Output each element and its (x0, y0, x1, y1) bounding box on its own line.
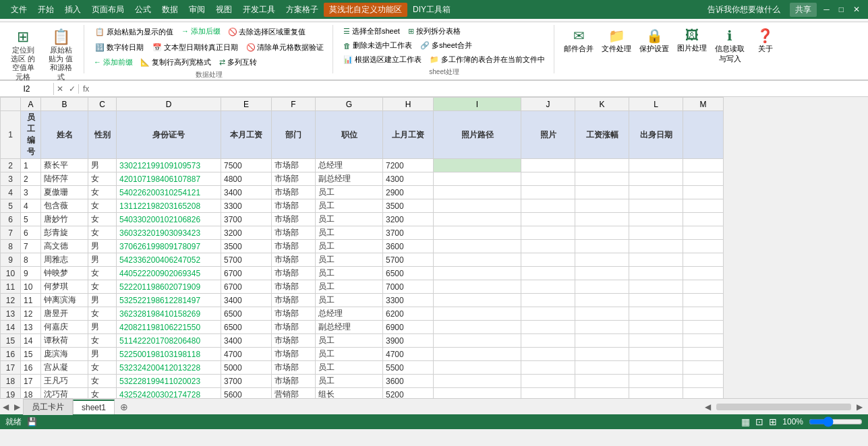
col-header-G[interactable]: G (316, 98, 383, 111)
cell-r17-c4[interactable]: 5000 (221, 361, 272, 375)
cell-r13-c10[interactable] (575, 307, 629, 321)
cell-r8-c0[interactable]: 7 (21, 240, 41, 253)
cell-r18-c3[interactable]: 532228199411020023 (117, 375, 221, 388)
cell-r11-c4[interactable]: 6700 (221, 280, 272, 294)
num-to-date-btn[interactable]: 🔢数字转日期 (91, 40, 148, 55)
cell-r19-c4[interactable]: 5600 (221, 388, 272, 399)
cell-r14-c10[interactable] (575, 321, 629, 334)
cell-r13-c7[interactable]: 6200 (383, 307, 434, 321)
col-header-H[interactable]: H (383, 98, 434, 111)
menu-formula[interactable]: 公式 (129, 3, 156, 17)
cell-r3-c1[interactable]: 陆怀萍 (41, 172, 88, 186)
cell-r4-c11[interactable] (629, 186, 683, 199)
cell-r15-c1[interactable]: 谭秋荷 (41, 334, 88, 348)
cell-r3-c6[interactable]: 副总经理 (316, 172, 383, 186)
cell-r11-c3[interactable]: 522201198602071909 (117, 280, 221, 294)
col-header-L[interactable]: L (629, 98, 683, 111)
page-layout-view-icon[interactable]: ⊡ (755, 416, 763, 427)
merge-workbook-btn[interactable]: 📁多工作簿的表合并在当前文件中 (426, 53, 548, 66)
cell-r12-c0[interactable]: 11 (21, 294, 41, 307)
cell-r7-c4[interactable]: 3200 (221, 226, 272, 240)
table-row[interactable]: 21蔡长平男3302121991091095737500市场部总经理7200 (1, 159, 724, 172)
cell-r16-c9[interactable] (521, 348, 575, 361)
cell-r6-c11[interactable] (629, 213, 683, 226)
cell-r15-c11[interactable] (629, 334, 683, 348)
cell-r19-c8[interactable] (434, 388, 521, 399)
cell-r18-c2[interactable]: 女 (88, 375, 117, 388)
cell-r5-c8[interactable] (434, 199, 521, 213)
cell-r13-c5[interactable]: 市场部 (272, 307, 316, 321)
cell-r17-c3[interactable]: 532324200412013228 (117, 361, 221, 375)
cell-r3-c4[interactable]: 4800 (221, 172, 272, 186)
cell-r10-c4[interactable]: 6700 (221, 267, 272, 280)
cell-r5-c3[interactable]: 131122198203165208 (117, 199, 221, 213)
cell-r19-c0[interactable]: 18 (21, 388, 41, 399)
cell-r8-c11[interactable] (629, 240, 683, 253)
cell-r15-c4[interactable]: 3400 (221, 334, 272, 348)
cell-r7-c12[interactable] (683, 226, 724, 240)
cell-r18-c12[interactable] (683, 375, 724, 388)
cell-r9-c2[interactable]: 男 (88, 253, 117, 267)
cell-r10-c5[interactable]: 市场部 (272, 267, 316, 280)
cell-r5-c2[interactable]: 女 (88, 199, 117, 213)
cell-r17-c8[interactable] (434, 361, 521, 375)
cell-r8-c1[interactable]: 高文德 (41, 240, 88, 253)
cell-r16-c4[interactable]: 4700 (221, 348, 272, 361)
cell-r10-c6[interactable]: 员工 (316, 267, 383, 280)
sheet-tab-sheet1[interactable]: sheet1 (73, 400, 115, 414)
remove-duplicate-btn[interactable]: 🚫去除选择区域重复值 (225, 25, 309, 39)
paste-source-format-button[interactable]: 📋 原始粘贴为 值和源格式 (43, 25, 78, 85)
cell-r3-c5[interactable]: 市场部 (272, 172, 316, 186)
cell-r6-c10[interactable] (575, 213, 629, 226)
clear-validate-btn[interactable]: 🚫清除单元格数据验证 (243, 40, 327, 55)
cell-r5-c11[interactable] (629, 199, 683, 213)
cell-r12-c10[interactable] (575, 294, 629, 307)
cell-r19-c6[interactable]: 组长 (316, 388, 383, 399)
cell-r10-c12[interactable] (683, 267, 724, 280)
cell-r12-c6[interactable]: 员工 (316, 294, 383, 307)
cell-r7-c9[interactable] (521, 226, 575, 240)
menu-custom[interactable]: 莫浅北自定义功能区 (324, 3, 407, 17)
nav-right-icon[interactable]: ▶ (11, 401, 23, 413)
cell-r11-c10[interactable] (575, 280, 629, 294)
cell-r17-c9[interactable] (521, 361, 575, 375)
cell-r13-c8[interactable] (434, 307, 521, 321)
cell-r2-c11[interactable] (629, 159, 683, 172)
cell-r10-c7[interactable]: 6500 (383, 267, 434, 280)
cell-r5-c6[interactable]: 员工 (316, 199, 383, 213)
build-sheet-btn[interactable]: 📊根据选区建立工作表 (340, 53, 425, 66)
cell-r19-c9[interactable] (521, 388, 575, 399)
cell-r11-c6[interactable]: 员工 (316, 280, 383, 294)
cell-r10-c8[interactable] (434, 267, 521, 280)
cell-r5-c1[interactable]: 包含薇 (41, 199, 88, 213)
cell-r16-c11[interactable] (629, 348, 683, 361)
cell-r2-c10[interactable] (575, 159, 629, 172)
cell-r19-c2[interactable]: 女 (88, 388, 117, 399)
table-row[interactable]: 1615庞滨海男5225001981031981184700市场部员工4700 (1, 348, 724, 361)
cell-r5-c0[interactable]: 4 (21, 199, 41, 213)
cell-r19-c1[interactable]: 沈巧荷 (41, 388, 88, 399)
cell-r9-c6[interactable]: 员工 (316, 253, 383, 267)
cell-r9-c0[interactable]: 8 (21, 253, 41, 267)
cell-r12-c8[interactable] (434, 294, 521, 307)
col-header-M[interactable]: M (683, 98, 724, 111)
cell-r18-c4[interactable]: 3700 (221, 375, 272, 388)
cell-r8-c4[interactable]: 3500 (221, 240, 272, 253)
cell-r19-c10[interactable] (575, 388, 629, 399)
cell-r7-c2[interactable]: 女 (88, 226, 117, 240)
cell-r2-c4[interactable]: 7500 (221, 159, 272, 172)
cell-r4-c5[interactable]: 市场部 (272, 186, 316, 199)
cell-r12-c4[interactable]: 3400 (221, 294, 272, 307)
cell-r14-c7[interactable]: 6900 (383, 321, 434, 334)
cell-r9-c7[interactable]: 5700 (383, 253, 434, 267)
cell-r12-c9[interactable] (521, 294, 575, 307)
cell-r2-c3[interactable]: 330212199109109573 (117, 159, 221, 172)
cell-r4-c6[interactable]: 员工 (316, 186, 383, 199)
cell-r9-c9[interactable] (521, 253, 575, 267)
cell-r18-c5[interactable]: 市场部 (272, 375, 316, 388)
cell-r12-c12[interactable] (683, 294, 724, 307)
select-all-sheet-btn[interactable]: ☰选择全部sheet (340, 25, 403, 38)
text-date-btn[interactable]: 📅文本型日期转真正日期 (149, 40, 241, 55)
cell-r8-c8[interactable] (434, 240, 521, 253)
cell-r19-c7[interactable]: 5200 (383, 388, 434, 399)
